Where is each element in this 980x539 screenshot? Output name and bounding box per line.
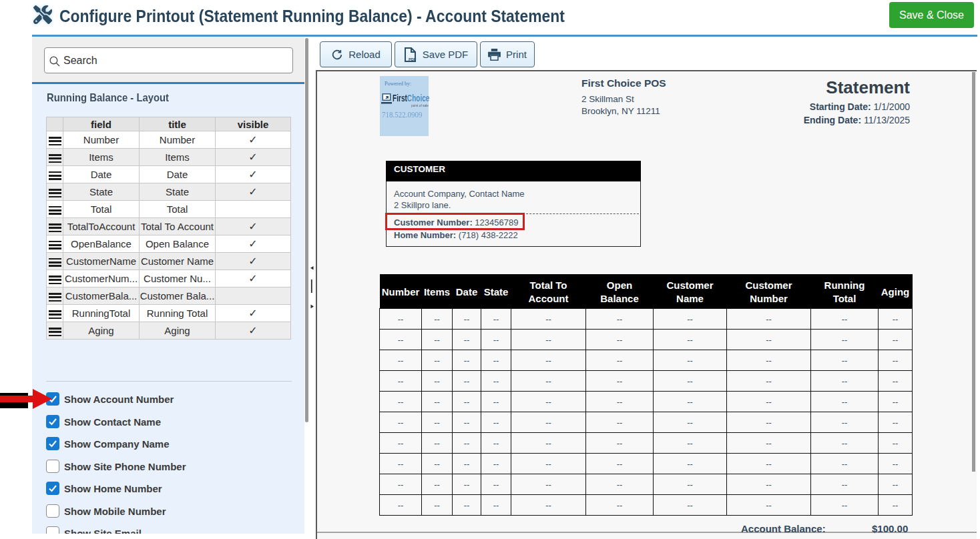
svg-text:PDF: PDF: [409, 57, 417, 61]
